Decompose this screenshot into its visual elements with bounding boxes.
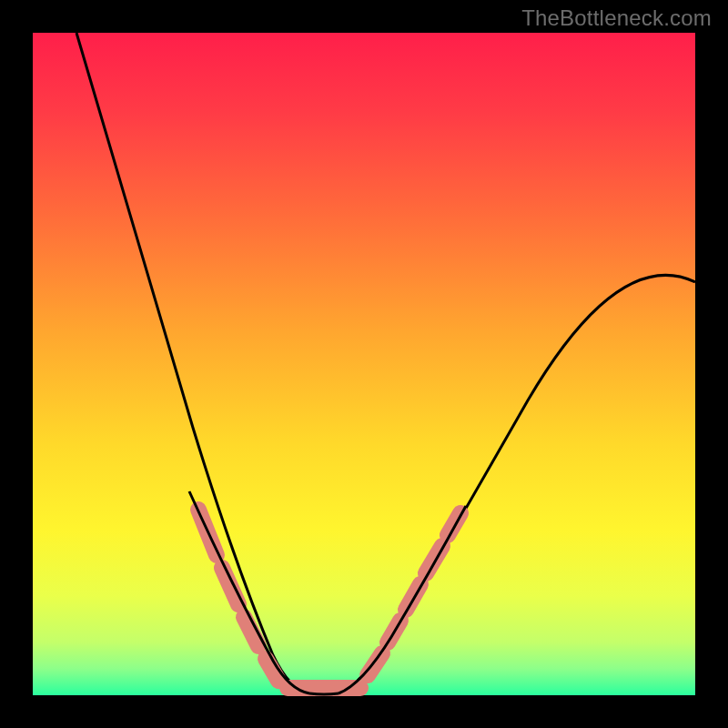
plot-background <box>33 33 695 695</box>
marker-band-left-4 <box>266 659 278 681</box>
bottleneck-chart <box>0 0 728 728</box>
marker-band-right-5 <box>448 513 460 535</box>
watermark-text: TheBottleneck.com <box>521 5 712 31</box>
curve-bottom-over <box>309 693 339 694</box>
chart-frame: TheBottleneck.com <box>0 0 728 728</box>
